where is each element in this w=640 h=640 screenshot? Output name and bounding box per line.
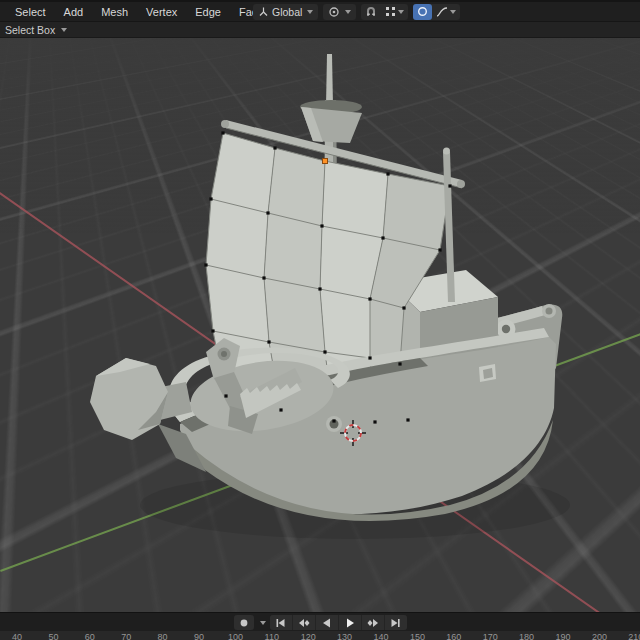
vertex[interactable] <box>406 418 409 421</box>
menu-mesh[interactable]: Mesh <box>92 4 137 20</box>
snap-target-dropdown[interactable] <box>381 4 408 20</box>
vertex[interactable] <box>402 306 405 309</box>
frame-number: 80 <box>158 632 168 640</box>
snap-controls <box>361 4 408 20</box>
frame-number: 120 <box>301 632 316 640</box>
proportional-editing-controls <box>413 4 460 20</box>
vertex[interactable] <box>318 287 321 290</box>
vertex[interactable] <box>262 276 265 279</box>
frame-number: 160 <box>446 632 461 640</box>
chevron-down-icon <box>61 28 67 32</box>
chevron-down-icon <box>345 10 351 14</box>
vertex[interactable] <box>381 236 384 239</box>
vertex[interactable] <box>224 394 227 397</box>
chevron-down-icon <box>307 10 313 14</box>
jump-to-end-button[interactable] <box>385 615 407 630</box>
transform-orientation-icon <box>258 6 269 17</box>
transform-orientation-label: Global <box>272 6 302 18</box>
timeline-ruler[interactable]: 4050607080901001101201301401501601701801… <box>0 631 640 640</box>
vertex[interactable] <box>323 350 326 353</box>
active-tool-label: Select Box <box>5 24 55 36</box>
proportional-editing-toggle[interactable] <box>413 4 432 20</box>
play-forward-button[interactable] <box>339 615 361 630</box>
chevron-down-icon <box>398 10 404 14</box>
mast-tip <box>326 54 333 106</box>
menu-edge[interactable]: Edge <box>186 4 230 20</box>
vertex[interactable] <box>209 197 212 200</box>
frame-number: 190 <box>555 632 570 640</box>
timeline-bar <box>0 612 640 632</box>
vertex[interactable] <box>320 224 323 227</box>
active-tool-dropdown[interactable]: Select Box <box>0 24 67 36</box>
frame-number: 170 <box>483 632 498 640</box>
frame-number: 40 <box>12 632 22 640</box>
frame-number: 210 <box>628 632 640 640</box>
viewport-header: Select Add Mesh Vertex Edge Face UV Glob… <box>0 2 640 22</box>
tool-header: Select Box <box>0 22 640 38</box>
frame-number: 60 <box>85 632 95 640</box>
header-controls: Global <box>253 2 460 21</box>
vertex[interactable] <box>438 248 441 251</box>
vertex[interactable] <box>211 329 214 332</box>
vertex[interactable] <box>398 362 401 365</box>
menu-select[interactable]: Select <box>6 4 55 20</box>
vertex[interactable] <box>204 263 207 266</box>
pivot-point-icon <box>328 6 340 18</box>
proportional-falloff-dropdown[interactable] <box>432 4 460 20</box>
selected-vertex[interactable] <box>323 159 328 164</box>
previous-keyframe-button[interactable] <box>293 615 315 630</box>
frame-number: 50 <box>48 632 58 640</box>
vertex[interactable] <box>279 408 282 411</box>
frame-number: 110 <box>265 632 279 640</box>
transform-orientation-dropdown[interactable]: Global <box>253 4 318 20</box>
vertex[interactable] <box>221 131 224 134</box>
vertex[interactable] <box>273 146 276 149</box>
frame-number: 70 <box>121 632 131 640</box>
vertex[interactable] <box>368 356 371 359</box>
vertex[interactable] <box>368 297 371 300</box>
menu-vertex[interactable]: Vertex <box>137 4 186 20</box>
snap-magnet-icon <box>365 6 377 18</box>
chevron-down-icon <box>450 10 456 14</box>
menu-add[interactable]: Add <box>55 4 93 20</box>
ship-model[interactable] <box>0 38 640 612</box>
vertex[interactable] <box>266 211 269 214</box>
record-options-chevron[interactable] <box>260 621 266 625</box>
vertex[interactable] <box>386 172 389 175</box>
3d-viewport[interactable] <box>0 38 640 612</box>
frame-number: 140 <box>373 632 388 640</box>
frame-number: 200 <box>592 632 607 640</box>
falloff-curve-icon <box>436 6 448 18</box>
frame-number: 180 <box>519 632 534 640</box>
proportional-editing-icon <box>417 6 428 17</box>
frame-number: 90 <box>194 632 204 640</box>
snap-toggle-button[interactable] <box>361 4 381 20</box>
vertex[interactable] <box>332 419 335 422</box>
figurehead <box>90 358 168 440</box>
frame-number: 130 <box>337 632 352 640</box>
frame-number: 150 <box>410 632 425 640</box>
record-button[interactable] <box>234 615 254 630</box>
vertex[interactable] <box>448 184 451 187</box>
play-reverse-button[interactable] <box>316 615 338 630</box>
vertex[interactable] <box>267 340 270 343</box>
jump-to-start-button[interactable] <box>270 615 292 630</box>
blender-window: Select Add Mesh Vertex Edge Face UV Glob… <box>0 0 640 640</box>
playback-controls <box>270 615 407 630</box>
frame-number: 100 <box>228 632 243 640</box>
snap-target-icon <box>385 6 396 17</box>
next-keyframe-button[interactable] <box>362 615 384 630</box>
pivot-point-dropdown[interactable] <box>323 4 356 20</box>
vertex[interactable] <box>373 420 376 423</box>
